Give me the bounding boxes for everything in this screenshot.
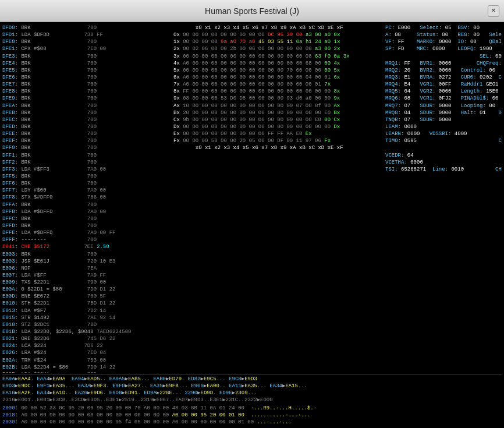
window-title: Human Sports Festival (J)	[205, 6, 299, 16]
assembly-pane: DFD0: BRK 700 DFD1: LDA $DFDD 730 FF DFE…	[2, 24, 171, 373]
disasm-bar: EA9A▶EAA4. EAA4▶EA9A EA94▶EAD5.. EA9A5▶E…	[2, 376, 502, 404]
title-bar: Human Sports Festival (J) ×	[0, 0, 504, 22]
assembly-code: DFD0: BRK 700 DFD1: LDA $DFDD 730 FF DFE…	[2, 24, 171, 373]
separator	[2, 374, 502, 374]
close-button[interactable]: ×	[488, 5, 499, 17]
bottom-section: EA9A▶EAA4. EAA4▶EA9A EA94▶EAD5.. EA9A5▶E…	[2, 376, 502, 426]
disasm-text: EA9A▶EAA4. EAA4▶EA9A EA94▶EAD5.. EA9A5▶E…	[2, 376, 502, 404]
hex-pane: x0 x1 x2 x3 x4 x5 x6 x7 x8 x9 xA xB xC x…	[173, 24, 383, 373]
registers: PC: E000 Select: 05 BSV: 00 A: 08 Status…	[385, 24, 502, 300]
hex-dump: x0 x1 x2 x3 x4 x5 x6 x7 x8 x9 xA xB xC x…	[173, 24, 383, 152]
memory-section: 2000: 00 00 52 33 0C 95 20 00 95 20 00 0…	[2, 405, 502, 426]
memory-dump: 2000: 00 00 52 33 0C 95 20 00 95 20 00 0…	[2, 405, 502, 426]
emulator-display: DFD0: BRK 700 DFD1: LDA $DFDD 730 FF DFE…	[0, 22, 504, 428]
close-icon: ×	[491, 6, 496, 15]
registers-pane: PC: E000 Select: 05 BSV: 00 A: 08 Status…	[385, 24, 502, 373]
